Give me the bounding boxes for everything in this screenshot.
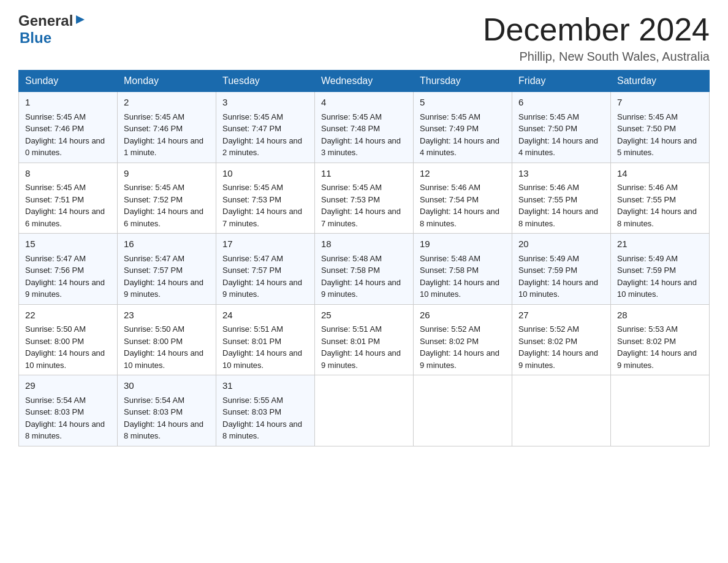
day-number: 19 (420, 237, 506, 251)
day-number: 25 (321, 308, 407, 323)
day-number: 9 (124, 167, 210, 181)
calendar-day-cell: 13Sunrise: 5:46 AMSunset: 7:55 PMDayligh… (512, 163, 611, 234)
daylight-text: Daylight: 14 hours and 10 minutes. (518, 278, 598, 299)
daylight-text: Daylight: 14 hours and 10 minutes. (124, 348, 203, 370)
calendar-day-cell: 2Sunrise: 5:45 AMSunset: 7:46 PMDaylight… (118, 92, 216, 163)
daylight-text: Daylight: 14 hours and 9 minutes. (25, 278, 105, 299)
calendar-day-cell: 12Sunrise: 5:46 AMSunset: 7:54 PMDayligh… (414, 163, 512, 234)
day-number: 7 (617, 96, 703, 110)
sunrise-text: Sunrise: 5:50 AM (124, 324, 184, 334)
sunrise-text: Sunrise: 5:49 AM (617, 254, 678, 263)
calendar-header-row: SundayMondayTuesdayWednesdayThursdayFrid… (19, 71, 710, 92)
sunrise-text: Sunrise: 5:46 AM (617, 183, 678, 192)
day-number: 8 (25, 167, 111, 181)
calendar-day-cell: 25Sunrise: 5:51 AMSunset: 8:01 PMDayligh… (315, 304, 414, 375)
calendar-week-row: 22Sunrise: 5:50 AMSunset: 8:00 PMDayligh… (19, 304, 710, 375)
logo-general-text: General (18, 12, 73, 29)
sunset-text: Sunset: 8:01 PM (222, 337, 281, 346)
sunset-text: Sunset: 8:00 PM (25, 337, 84, 346)
logo-blue-text: Blue (20, 29, 51, 46)
daylight-text: Daylight: 14 hours and 8 minutes. (617, 207, 697, 228)
logo: General Blue (18, 12, 88, 47)
sunrise-text: Sunrise: 5:50 AM (25, 324, 86, 334)
daylight-text: Daylight: 14 hours and 9 minutes. (617, 348, 697, 370)
sunset-text: Sunset: 7:47 PM (222, 124, 281, 133)
sunset-text: Sunset: 7:46 PM (25, 124, 84, 133)
calendar-week-row: 8Sunrise: 5:45 AMSunset: 7:51 PMDaylight… (19, 163, 710, 234)
header-friday: Friday (512, 71, 611, 92)
sunset-text: Sunset: 7:53 PM (222, 195, 281, 204)
daylight-text: Daylight: 14 hours and 9 minutes. (420, 348, 499, 370)
calendar-day-cell (512, 375, 611, 446)
sunrise-text: Sunrise: 5:45 AM (222, 183, 283, 192)
sunset-text: Sunset: 7:58 PM (420, 266, 479, 275)
sunset-text: Sunset: 7:58 PM (321, 266, 380, 275)
calendar-day-cell: 26Sunrise: 5:52 AMSunset: 8:02 PMDayligh… (414, 304, 512, 375)
sunrise-text: Sunrise: 5:48 AM (420, 254, 480, 263)
calendar-day-cell: 8Sunrise: 5:45 AMSunset: 7:51 PMDaylight… (19, 163, 118, 234)
sunset-text: Sunset: 7:50 PM (617, 124, 676, 133)
sunrise-text: Sunrise: 5:45 AM (222, 112, 283, 121)
sunrise-text: Sunrise: 5:46 AM (420, 183, 480, 192)
day-number: 28 (617, 308, 703, 323)
day-number: 23 (124, 308, 210, 323)
day-number: 22 (25, 308, 111, 323)
sunset-text: Sunset: 8:03 PM (222, 407, 281, 416)
calendar-day-cell: 5Sunrise: 5:45 AMSunset: 7:49 PMDaylight… (414, 92, 512, 163)
sunset-text: Sunset: 7:55 PM (617, 195, 676, 204)
day-number: 12 (420, 167, 506, 181)
calendar-day-cell: 20Sunrise: 5:49 AMSunset: 7:59 PMDayligh… (512, 234, 611, 305)
page-header: General Blue December 2024 Phillip, New … (18, 12, 710, 64)
daylight-text: Daylight: 14 hours and 6 minutes. (25, 207, 105, 228)
day-number: 17 (222, 237, 308, 251)
sunrise-text: Sunrise: 5:45 AM (25, 112, 86, 121)
sunset-text: Sunset: 7:55 PM (518, 195, 577, 204)
day-number: 14 (617, 167, 703, 181)
sunset-text: Sunset: 7:50 PM (518, 124, 577, 133)
sunrise-text: Sunrise: 5:45 AM (617, 112, 678, 121)
day-number: 5 (420, 96, 506, 110)
daylight-text: Daylight: 14 hours and 4 minutes. (420, 136, 499, 158)
calendar-day-cell: 7Sunrise: 5:45 AMSunset: 7:50 PMDaylight… (611, 92, 710, 163)
month-title: December 2024 (483, 12, 710, 47)
calendar-day-cell (611, 375, 710, 446)
calendar-day-cell: 23Sunrise: 5:50 AMSunset: 8:00 PMDayligh… (118, 304, 216, 375)
calendar-table: SundayMondayTuesdayWednesdayThursdayFrid… (18, 70, 710, 446)
day-number: 4 (321, 96, 407, 110)
calendar-day-cell: 19Sunrise: 5:48 AMSunset: 7:58 PMDayligh… (414, 234, 512, 305)
sunrise-text: Sunrise: 5:47 AM (124, 254, 184, 263)
sunset-text: Sunset: 8:02 PM (420, 337, 479, 346)
calendar-day-cell: 30Sunrise: 5:54 AMSunset: 8:03 PMDayligh… (118, 375, 216, 446)
day-number: 30 (124, 379, 210, 393)
calendar-day-cell: 14Sunrise: 5:46 AMSunset: 7:55 PMDayligh… (611, 163, 710, 234)
sunset-text: Sunset: 7:56 PM (25, 266, 84, 275)
sunrise-text: Sunrise: 5:53 AM (617, 324, 678, 334)
sunrise-text: Sunrise: 5:45 AM (321, 183, 382, 192)
day-number: 1 (25, 96, 111, 110)
daylight-text: Daylight: 14 hours and 9 minutes. (321, 278, 401, 299)
daylight-text: Daylight: 14 hours and 3 minutes. (321, 136, 401, 158)
daylight-text: Daylight: 14 hours and 9 minutes. (222, 278, 302, 299)
day-number: 3 (222, 96, 308, 110)
sunset-text: Sunset: 7:57 PM (222, 266, 281, 275)
sunrise-text: Sunrise: 5:45 AM (321, 112, 382, 121)
sunset-text: Sunset: 8:02 PM (518, 337, 577, 346)
daylight-text: Daylight: 14 hours and 8 minutes. (518, 207, 598, 228)
sunrise-text: Sunrise: 5:54 AM (25, 396, 86, 405)
daylight-text: Daylight: 14 hours and 10 minutes. (25, 348, 105, 370)
sunrise-text: Sunrise: 5:54 AM (124, 396, 184, 405)
sunset-text: Sunset: 7:59 PM (518, 266, 577, 275)
daylight-text: Daylight: 14 hours and 9 minutes. (518, 348, 598, 370)
daylight-text: Daylight: 14 hours and 6 minutes. (124, 207, 203, 228)
sunset-text: Sunset: 7:52 PM (124, 195, 183, 204)
header-sunday: Sunday (19, 71, 118, 92)
sunrise-text: Sunrise: 5:45 AM (25, 183, 86, 192)
sunrise-text: Sunrise: 5:45 AM (124, 183, 184, 192)
header-saturday: Saturday (611, 71, 710, 92)
calendar-day-cell (315, 375, 414, 446)
day-number: 29 (25, 379, 111, 393)
calendar-day-cell: 4Sunrise: 5:45 AMSunset: 7:48 PMDaylight… (315, 92, 414, 163)
sunset-text: Sunset: 7:49 PM (420, 124, 479, 133)
sunset-text: Sunset: 8:00 PM (124, 337, 183, 346)
calendar-day-cell: 9Sunrise: 5:45 AMSunset: 7:52 PMDaylight… (118, 163, 216, 234)
